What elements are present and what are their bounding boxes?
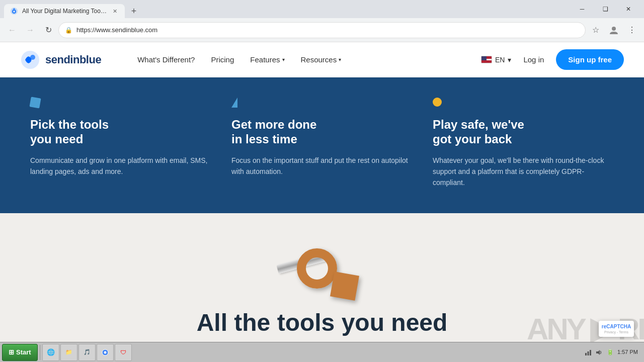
folder-icon: 📁 [65, 348, 73, 356]
address-bar[interactable]: 🔒 https://www.sendinblue.com [58, 22, 586, 38]
svg-point-2 [612, 27, 616, 31]
ie-icon: 🌐 [47, 348, 55, 356]
chrome-icon [101, 348, 109, 356]
cube-shape [330, 272, 359, 301]
recaptcha-links: Privacy - Terms [601, 330, 632, 334]
feature-desc-safe: Whatever your goal, we'll be there with … [433, 155, 614, 189]
profile-button[interactable] [606, 22, 622, 38]
svg-rect-8 [588, 351, 589, 355]
clock-time: 1:57 PM [617, 348, 638, 355]
taskbar-chrome[interactable] [97, 344, 114, 361]
maximize-button[interactable]: ❑ [594, 2, 617, 17]
reload-button[interactable]: ↻ [40, 22, 56, 38]
lock-icon: 🔒 [65, 27, 72, 34]
ring-shape [297, 248, 337, 289]
taskbar: ⊞ Start 🌐 📁 🎵 🛡 [0, 342, 644, 362]
media-icon: 🎵 [83, 348, 91, 356]
browser-navbar: ← → ↻ 🔒 https://www.sendinblue.com ☆ ⋮ [0, 18, 644, 42]
feature-card-time: Get more donein less time Focus on the i… [231, 98, 413, 193]
lang-code: EN [495, 56, 505, 64]
tab-close-button[interactable]: ✕ [111, 7, 119, 15]
lang-chevron-icon: ▾ [508, 56, 511, 64]
feature-desc-tools: Communicate and grow in one platform wit… [30, 155, 211, 177]
feature-title-time: Get more donein less time [231, 118, 413, 147]
start-label: Start [16, 348, 31, 356]
logo[interactable]: sendinblue [20, 50, 101, 70]
tab-bar: All Your Digital Marketing Tools in On..… [4, 0, 141, 18]
features-section: Pick the toolsyou need Communicate and g… [0, 77, 644, 213]
close-button[interactable]: ✕ [617, 2, 640, 17]
safe-icon [433, 98, 445, 110]
header-actions: EN ▾ Log in Sign up free [481, 49, 624, 70]
bookmark-button[interactable]: ☆ [588, 22, 604, 38]
tools-section: All the tools you need ANY ▶ RI [0, 213, 644, 346]
time-icon [231, 98, 244, 110]
taskbar-security[interactable]: 🛡 [115, 344, 132, 361]
feature-card-tools: Pick the toolsyou need Communicate and g… [30, 98, 211, 193]
svg-point-6 [104, 351, 106, 353]
features-chevron-icon: ▾ [282, 57, 285, 62]
feature-desc-time: Focus on the important stuff and put the… [231, 155, 413, 177]
new-tab-button[interactable]: + [127, 4, 141, 18]
svg-marker-10 [596, 350, 600, 355]
site-nav: What's Different? Pricing Features ▾ Res… [131, 51, 461, 68]
svg-rect-9 [590, 350, 591, 355]
svg-rect-7 [585, 353, 587, 355]
nav-whats-different[interactable]: What's Different? [131, 51, 201, 68]
nav-pricing[interactable]: Pricing [205, 51, 240, 68]
recaptcha-logo: reCAPTCHA [601, 324, 632, 329]
logo-text: sendinblue [45, 53, 101, 66]
taskbar-media[interactable]: 🎵 [78, 344, 96, 361]
start-windows-icon: ⊞ [9, 348, 14, 356]
security-icon: 🛡 [119, 348, 127, 356]
active-tab[interactable]: All Your Digital Marketing Tools in On..… [4, 4, 125, 18]
page-content: sendinblue What's Different? Pricing Fea… [0, 42, 644, 346]
flag-icon [481, 56, 492, 63]
window-controls: ─ ❑ ✕ [571, 2, 640, 17]
feature-title-safe: Play safe, we'vegot your back [433, 118, 614, 147]
language-selector[interactable]: EN ▾ [481, 56, 511, 64]
feature-title-tools: Pick the toolsyou need [30, 118, 211, 147]
minimize-button[interactable]: ─ [571, 2, 594, 17]
tab-favicon [10, 7, 18, 15]
resources-chevron-icon: ▾ [339, 57, 341, 62]
tools-shapes [272, 243, 372, 304]
signup-button[interactable]: Sign up free [556, 49, 624, 70]
forward-button[interactable]: → [22, 22, 38, 38]
site-header: sendinblue What's Different? Pricing Fea… [0, 42, 644, 77]
nav-features[interactable]: Features ▾ [244, 51, 290, 68]
back-button[interactable]: ← [4, 22, 20, 38]
nav-resources[interactable]: Resources ▾ [295, 51, 348, 68]
tray-battery-icon[interactable]: 🔋 [606, 348, 614, 356]
browser-menu-button[interactable]: ⋮ [624, 22, 640, 38]
system-clock: 1:57 PM [617, 348, 638, 355]
tools-heading: All the tools you need [197, 309, 448, 336]
tray-volume-icon[interactable] [595, 348, 603, 356]
taskbar-ie[interactable]: 🌐 [42, 344, 59, 361]
tools-icon [30, 98, 42, 110]
tab-title: All Your Digital Marketing Tools in On..… [22, 8, 107, 15]
taskbar-divider [40, 345, 40, 360]
feature-card-safe: Play safe, we'vegot your back Whatever y… [433, 98, 614, 193]
address-text: https://www.sendinblue.com [76, 26, 579, 34]
login-button[interactable]: Log in [519, 51, 548, 68]
title-bar: All Your Digital Marketing Tools in On..… [0, 0, 644, 18]
tools-image [272, 243, 372, 304]
start-button[interactable]: ⊞ Start [2, 344, 38, 361]
svg-point-4 [30, 55, 35, 60]
taskbar-tray: 🔋 1:57 PM [580, 348, 642, 356]
tray-network-icon[interactable] [584, 348, 592, 356]
taskbar-folder[interactable]: 📁 [60, 344, 77, 361]
recaptcha-badge: reCAPTCHA Privacy - Terms [599, 321, 634, 337]
